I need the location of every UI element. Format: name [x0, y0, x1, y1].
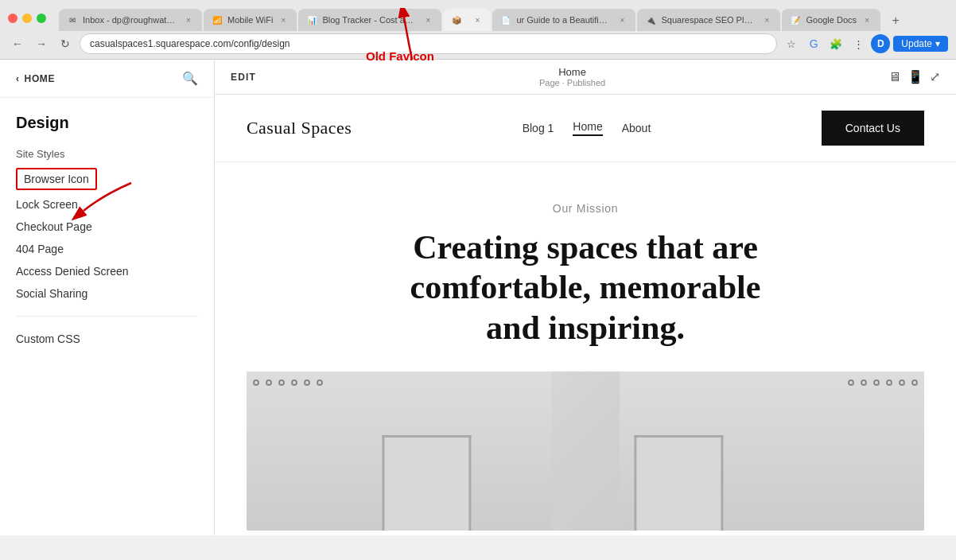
curtain-rings-left: [253, 379, 323, 386]
browser-chrome: ✉ Inbox - dp@roughwaterm... × 📶 Mobile W…: [0, 0, 956, 60]
tab-label-guide: ur Guide to a Beautified...: [516, 15, 612, 25]
sidebar-item-checkout-page[interactable]: Checkout Page: [16, 216, 198, 238]
ring: [317, 379, 323, 386]
contact-us-button[interactable]: Contact Us: [822, 111, 924, 146]
curtain-rings-right: [848, 379, 918, 386]
ring: [886, 379, 892, 386]
nav-link-blog1[interactable]: Blog 1: [523, 122, 554, 134]
ring: [873, 379, 880, 386]
sidebar-header: ‹ HOME 🔍: [0, 60, 214, 98]
hero-subtitle: Our Mission: [247, 202, 924, 215]
tab-icon-docs: 📝: [790, 14, 801, 25]
tab-close-docs[interactable]: ×: [861, 14, 872, 25]
tab-gdocs[interactable]: 📝 Google Docs ×: [782, 9, 880, 31]
tab-icon-inbox: ✉: [67, 14, 78, 25]
browser-toolbar: ← → ↻ casualspaces1.squarespace.com/conf…: [0, 30, 956, 59]
mobile-view-icon[interactable]: 📱: [907, 69, 923, 84]
search-icon[interactable]: 🔍: [182, 71, 198, 86]
sidebar-item-404-page[interactable]: 404 Page: [16, 238, 198, 260]
profile-icon[interactable]: D: [871, 34, 890, 53]
tab-label-inbox: Inbox - dp@roughwaterm...: [83, 15, 178, 25]
tab-icon-wifi: 📶: [212, 14, 223, 25]
ring: [899, 379, 905, 386]
tab-label-wifi: Mobile WiFi: [227, 15, 273, 25]
tab-icon-favicon: 📦: [451, 14, 462, 25]
ring: [278, 379, 285, 386]
sidebar-item-custom-css[interactable]: Custom CSS: [16, 328, 198, 350]
minimize-window-button[interactable]: [22, 14, 32, 23]
tab-close-active[interactable]: ×: [472, 14, 483, 25]
ring: [911, 379, 918, 386]
sidebar-item-social-sharing[interactable]: Social Sharing: [16, 282, 198, 305]
extension-google-icon[interactable]: G: [804, 34, 823, 53]
sidebar: ‹ HOME 🔍 Design Site Styles Browser Icon…: [0, 60, 215, 535]
tab-label-docs: Google Docs: [806, 15, 857, 25]
sidebar-item-browser-icon[interactable]: Browser Icon: [16, 168, 97, 190]
toolbar-actions: ☆ G 🧩 ⋮ D Update ▾: [782, 34, 948, 53]
tab-guide[interactable]: 📄 ur Guide to a Beautified... ×: [492, 9, 635, 31]
browser-title-bar: ✉ Inbox - dp@roughwaterm... × 📶 Mobile W…: [0, 0, 956, 30]
nav-link-home[interactable]: Home: [573, 120, 602, 136]
hero-title: Creating spaces that are comfortable, me…: [387, 228, 784, 348]
tabs-bar: ✉ Inbox - dp@roughwaterm... × 📶 Mobile W…: [52, 6, 948, 31]
nav-links: Blog 1 Home About: [523, 120, 651, 136]
ring: [861, 379, 867, 386]
edit-label: EDIT: [231, 72, 256, 83]
external-link-icon[interactable]: ⤢: [930, 69, 940, 84]
tab-seo[interactable]: 🔌 Squarespace SEO Plugin... ×: [637, 9, 780, 31]
extensions-button[interactable]: ⋮: [849, 34, 868, 53]
bookmark-icon[interactable]: ☆: [782, 34, 801, 53]
ring: [266, 379, 272, 386]
address-bar[interactable]: casualspaces1.squarespace.com/config/des…: [80, 33, 777, 54]
ring: [304, 379, 310, 386]
app-container: ‹ HOME 🔍 Design Site Styles Browser Icon…: [0, 60, 956, 535]
tab-close-inbox[interactable]: ×: [183, 14, 194, 25]
update-button[interactable]: Update ▾: [893, 36, 948, 52]
view-icons: 🖥 📱 ⤢: [888, 69, 940, 84]
page-info: Home Page · Published: [539, 66, 605, 88]
back-chevron-icon: ‹: [16, 73, 20, 84]
browser-icon-item-wrapper: Browser Icon: [16, 168, 198, 190]
tab-icon-guide: 📄: [500, 14, 511, 25]
back-home-label: HOME: [25, 73, 55, 84]
ring: [291, 379, 297, 386]
sidebar-divider: [16, 316, 198, 317]
nav-link-about[interactable]: About: [622, 122, 651, 134]
page-title: Home: [539, 66, 605, 78]
close-window-button[interactable]: [8, 14, 17, 23]
tab-icon-blog: 📊: [306, 14, 317, 25]
tab-wifi[interactable]: 📶 Mobile WiFi ×: [204, 9, 297, 31]
main-content: EDIT Home Page · Published 🖥 📱 ⤢ Casual …: [215, 60, 956, 535]
hero-section: Our Mission Creating spaces that are com…: [215, 162, 956, 371]
refresh-button[interactable]: ↻: [56, 34, 75, 53]
back-home-button[interactable]: ‹ HOME: [16, 73, 55, 84]
sidebar-item-access-denied[interactable]: Access Denied Screen: [16, 260, 198, 282]
tab-close-wifi[interactable]: ×: [278, 14, 289, 25]
tab-label-seo: Squarespace SEO Plugin...: [661, 15, 756, 25]
site-logo: Casual Spaces: [247, 118, 352, 138]
tab-close-blog[interactable]: ×: [422, 14, 433, 25]
tab-icon-seo: 🔌: [645, 14, 656, 25]
tab-active-squarespace[interactable]: 📦 ×: [443, 9, 491, 31]
new-tab-button[interactable]: +: [885, 10, 906, 31]
ring: [253, 379, 259, 386]
ring: [848, 379, 854, 386]
maximize-window-button[interactable]: [37, 14, 46, 23]
back-button[interactable]: ←: [8, 34, 27, 53]
tab-inbox[interactable]: ✉ Inbox - dp@roughwaterm... ×: [59, 9, 202, 31]
window-frames: [382, 371, 788, 531]
sidebar-title: Design: [16, 114, 198, 132]
tab-blog-tracker[interactable]: 📊 Blog Tracker - Cost and T... ×: [298, 9, 441, 31]
tab-close-seo[interactable]: ×: [761, 14, 772, 25]
tab-close-guide[interactable]: ×: [616, 14, 628, 25]
desktop-view-icon[interactable]: 🖥: [888, 70, 901, 84]
sidebar-item-lock-screen[interactable]: Lock Screen: [16, 193, 198, 216]
sidebar-content: Design Site Styles Browser Icon Lock Scr…: [0, 98, 214, 535]
forward-button[interactable]: →: [32, 34, 51, 53]
address-text: casualspaces1.squarespace.com/config/des…: [90, 38, 290, 49]
page-subtitle: Page · Published: [539, 78, 605, 88]
update-chevron-icon: ▾: [935, 38, 940, 49]
site-styles-label[interactable]: Site Styles: [16, 148, 198, 160]
window-controls: [8, 14, 46, 23]
extension-icon[interactable]: 🧩: [826, 34, 845, 53]
